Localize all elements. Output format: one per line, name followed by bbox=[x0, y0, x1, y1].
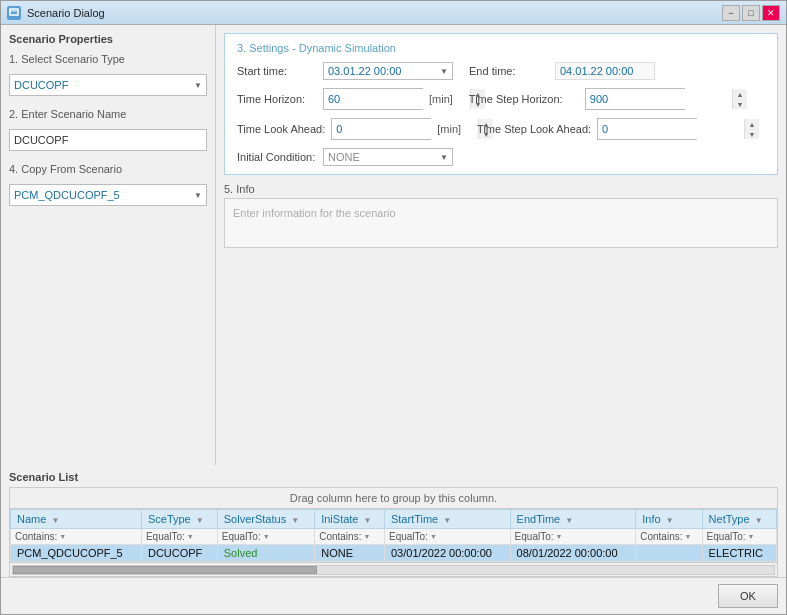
start-time-dropdown[interactable]: 03.01.22 00:00 ▼ bbox=[323, 62, 453, 80]
bottom-bar: OK bbox=[1, 577, 786, 614]
end-time-label: End time: bbox=[469, 65, 549, 77]
row-solver-status: Solved bbox=[217, 545, 314, 562]
time-step-look-ahead-up[interactable]: ▲ bbox=[745, 119, 759, 129]
left-panel: Scenario Properties 1. Select Scenario T… bbox=[1, 25, 216, 465]
scenario-list-label: Scenario List bbox=[9, 471, 778, 483]
maximize-button[interactable]: □ bbox=[742, 5, 760, 21]
end-time-row: End time: 04.01.22 00:00 bbox=[469, 62, 655, 80]
filter-net[interactable]: EqualTo: ▼ bbox=[707, 531, 772, 542]
initial-condition-row: Initial Condition: NONE ▼ bbox=[237, 148, 765, 166]
time-step-look-ahead-down[interactable]: ▼ bbox=[745, 129, 759, 139]
row-ini-state: NONE bbox=[315, 545, 385, 562]
col-name[interactable]: Name ▼ bbox=[11, 510, 142, 529]
time-horizon-unit: [min] bbox=[429, 93, 453, 105]
filter-name-arrow: ▼ bbox=[59, 533, 66, 540]
col-info[interactable]: Info ▼ bbox=[636, 510, 702, 529]
time-step-horizon-input[interactable] bbox=[586, 89, 732, 109]
scenario-props-label: Scenario Properties bbox=[9, 33, 207, 45]
scrollbar-track[interactable] bbox=[12, 565, 775, 575]
scenario-list-section: Scenario List Drag column here to group … bbox=[1, 465, 786, 577]
time-horizon-spinner[interactable]: ▲ ▼ bbox=[323, 88, 423, 110]
row-sce-type: DCUCOPF bbox=[141, 545, 217, 562]
col-ini-state[interactable]: IniState ▼ bbox=[315, 510, 385, 529]
scenario-type-dropdown[interactable]: DCUCOPF ▼ bbox=[9, 74, 207, 96]
filter-start[interactable]: EqualTo: ▼ bbox=[389, 531, 506, 542]
ok-button[interactable]: OK bbox=[718, 584, 778, 608]
filter-info[interactable]: Contains: ▼ bbox=[640, 531, 697, 542]
initial-condition-dropdown[interactable]: NONE ▼ bbox=[323, 148, 453, 166]
filter-ini-arrow: ▼ bbox=[363, 533, 370, 540]
scenario-list-table-container: Drag column here to group by this column… bbox=[9, 487, 778, 577]
start-time-row: Start time: 03.01.22 00:00 ▼ bbox=[237, 62, 453, 80]
info-section: 5. Info Enter information for the scenar… bbox=[224, 183, 778, 248]
end-time-value: 04.01.22 00:00 bbox=[555, 62, 655, 80]
filter-end-arrow: ▼ bbox=[556, 533, 563, 540]
close-button[interactable]: ✕ bbox=[762, 5, 780, 21]
filter-sce-type[interactable]: EqualTo: ▼ bbox=[146, 531, 213, 542]
time-step-look-ahead-input[interactable] bbox=[598, 119, 744, 139]
svg-rect-0 bbox=[10, 9, 18, 15]
step2-label: 2. Enter Scenario Name bbox=[9, 108, 207, 120]
filter-row: Contains: ▼ EqualTo: ▼ EqualTo: ▼ Contai… bbox=[11, 529, 777, 545]
horizontal-scrollbar[interactable] bbox=[10, 562, 777, 576]
time-look-ahead-unit: [min] bbox=[437, 123, 461, 135]
copy-from-value: PCM_QDCUCOPF_5 bbox=[14, 189, 120, 201]
filter-info-arrow: ▼ bbox=[685, 533, 692, 540]
col-net-type[interactable]: NetType ▼ bbox=[702, 510, 776, 529]
row-info bbox=[636, 545, 702, 562]
time-step-look-ahead-spinner[interactable]: ▲ ▼ bbox=[597, 118, 697, 140]
settings-box: 3. Settings - Dynamic Simulation Start t… bbox=[224, 33, 778, 175]
filter-solver-arrow: ▼ bbox=[263, 533, 270, 540]
time-horizon-row: Time Horizon: ▲ ▼ [min] bbox=[237, 88, 453, 110]
col-start-time[interactable]: StartTime ▼ bbox=[384, 510, 510, 529]
end-sort-icon: ▼ bbox=[565, 516, 573, 525]
initial-condition-label: Initial Condition: bbox=[237, 151, 317, 163]
window-controls: − □ ✕ bbox=[722, 5, 780, 21]
filter-net-arrow: ▼ bbox=[748, 533, 755, 540]
time-step-horizon-label: Time Step Horizon: bbox=[469, 93, 579, 105]
solver-sort-icon: ▼ bbox=[291, 516, 299, 525]
filter-solver[interactable]: EqualTo: ▼ bbox=[222, 531, 310, 542]
right-panel: 3. Settings - Dynamic Simulation Start t… bbox=[216, 25, 786, 465]
minimize-button[interactable]: − bbox=[722, 5, 740, 21]
step1-label: 1. Select Scenario Type bbox=[9, 53, 207, 65]
info-label: 5. Info bbox=[224, 183, 778, 195]
time-step-horizon-up[interactable]: ▲ bbox=[733, 89, 747, 99]
scenario-type-arrow: ▼ bbox=[194, 81, 202, 90]
initial-condition-arrow: ▼ bbox=[440, 153, 448, 162]
name-sort-icon: ▼ bbox=[51, 516, 59, 525]
info-input[interactable]: Enter information for the scenario bbox=[224, 198, 778, 248]
scrollbar-thumb[interactable] bbox=[13, 566, 317, 574]
time-look-ahead-label: Time Look Ahead: bbox=[237, 123, 325, 135]
filter-end[interactable]: EqualTo: ▼ bbox=[515, 531, 632, 542]
filter-ini[interactable]: Contains: ▼ bbox=[319, 531, 380, 542]
start-time-value: 03.01.22 00:00 bbox=[328, 65, 440, 77]
main-body: Scenario Properties 1. Select Scenario T… bbox=[1, 25, 786, 614]
filter-sce-arrow: ▼ bbox=[187, 533, 194, 540]
time-horizon-label: Time Horizon: bbox=[237, 93, 317, 105]
drag-header: Drag column here to group by this column… bbox=[10, 488, 777, 509]
settings-title: 3. Settings - Dynamic Simulation bbox=[237, 42, 765, 54]
col-sce-type[interactable]: SceType ▼ bbox=[141, 510, 217, 529]
time-step-horizon-down[interactable]: ▼ bbox=[733, 99, 747, 109]
scenario-dialog: Scenario Dialog − □ ✕ Scenario Propertie… bbox=[0, 0, 787, 615]
col-solver-status[interactable]: SolverStatus ▼ bbox=[217, 510, 314, 529]
row-name: PCM_QDCUCOPF_5 bbox=[11, 545, 142, 562]
time-step-look-ahead-label: Time Step Look Ahead: bbox=[477, 123, 591, 135]
filter-name[interactable]: Contains: ▼ bbox=[15, 531, 137, 542]
scenario-type-value: DCUCOPF bbox=[14, 79, 68, 91]
scenario-name-input[interactable] bbox=[9, 129, 207, 151]
time-step-horizon-row: Time Step Horizon: ▲ ▼ bbox=[469, 88, 685, 110]
time-step-horizon-spinner[interactable]: ▲ ▼ bbox=[585, 88, 685, 110]
start-time-label: Start time: bbox=[237, 65, 317, 77]
info-sort-icon: ▼ bbox=[666, 516, 674, 525]
copy-from-arrow: ▼ bbox=[194, 191, 202, 200]
start-sort-icon: ▼ bbox=[443, 516, 451, 525]
copy-from-dropdown[interactable]: PCM_QDCUCOPF_5 ▼ bbox=[9, 184, 207, 206]
table-row[interactable]: PCM_QDCUCOPF_5 DCUCOPF Solved NONE 03/01… bbox=[11, 545, 777, 562]
col-end-time[interactable]: EndTime ▼ bbox=[510, 510, 636, 529]
info-placeholder: Enter information for the scenario bbox=[233, 207, 396, 219]
initial-condition-value: NONE bbox=[328, 151, 440, 163]
time-look-ahead-spinner[interactable]: ▲ ▼ bbox=[331, 118, 431, 140]
scenario-list-table: Name ▼ SceType ▼ SolverStatus ▼ IniState… bbox=[10, 509, 777, 562]
